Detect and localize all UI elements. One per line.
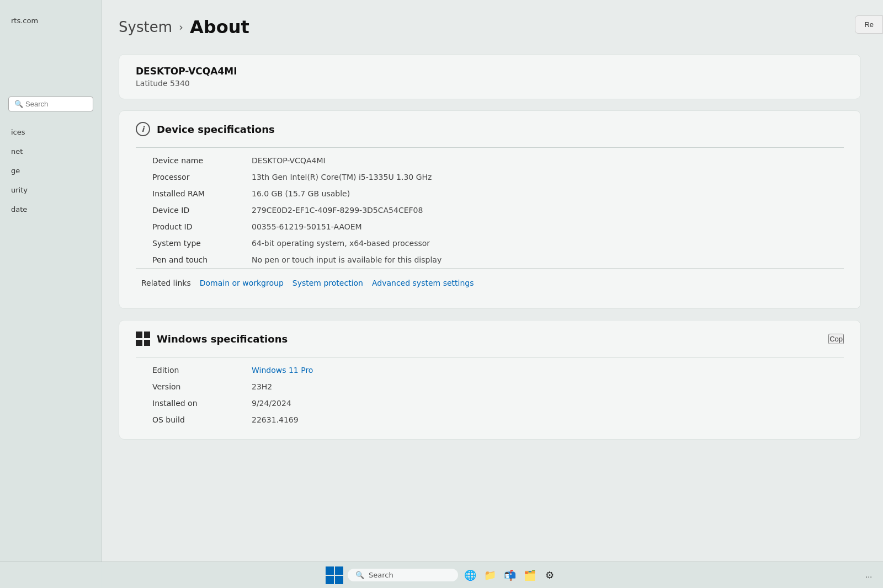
taskbar-icon-settings[interactable]: ⚙️ — [542, 568, 557, 583]
spec-label: Product ID — [136, 218, 235, 235]
taskbar-search-label: Search — [369, 571, 393, 579]
windows-specs-header: Windows specifications Cop — [136, 332, 844, 346]
related-links: Related links Domain or workgroup System… — [136, 268, 844, 297]
taskbar-right: ... — [866, 571, 872, 579]
taskbar-search-icon: 🔍 — [355, 571, 364, 579]
start-button[interactable] — [326, 566, 343, 584]
table-row: Pen and touch No pen or touch input is a… — [136, 252, 844, 268]
spec-value: 00355-61219-50151-AAOEM — [235, 218, 844, 235]
spec-label: Device name — [136, 152, 235, 169]
spec-value: Windows 11 Pro — [235, 362, 844, 378]
breadcrumb-system[interactable]: System — [119, 19, 172, 35]
sidebar-item-partial-site: rts.com — [0, 11, 102, 30]
spec-label: Processor — [136, 169, 235, 185]
search-icon: 🔍 — [14, 100, 23, 108]
search-input[interactable] — [25, 100, 87, 108]
spec-value: 9/24/2024 — [235, 395, 844, 411]
spec-label: Installed on — [136, 395, 235, 411]
related-link-protection[interactable]: System protection — [292, 279, 363, 287]
table-row: Device name DESKTOP-VCQA4MI — [136, 152, 844, 169]
chevron-icon: › — [179, 20, 183, 34]
sidebar-item-urity[interactable]: urity — [0, 180, 102, 200]
taskbar-icon-browser[interactable]: 🌐 — [462, 568, 478, 583]
device-specs-title: Device specifications — [157, 124, 275, 135]
spec-value: 279CE0D2-EF1C-409F-8299-3D5CA54CEF08 — [235, 202, 844, 218]
device-card: DESKTOP-VCQA4MI Latitude 5340 — [119, 54, 861, 99]
spec-value: DESKTOP-VCQA4MI — [235, 152, 844, 169]
taskbar-search[interactable]: 🔍 Search — [348, 569, 458, 581]
info-icon: i — [136, 122, 150, 136]
sidebar: rts.com 🔍 ices net ge urity date — [0, 0, 102, 588]
spec-value: 13th Gen Intel(R) Core(TM) i5-1335U 1.30… — [235, 169, 844, 185]
taskbar: 🔍 Search 🌐 📁 📬 🗂️ ⚙️ ... — [0, 562, 883, 588]
copy-button[interactable]: Cop — [828, 334, 844, 344]
spec-table: Device name DESKTOP-VCQA4MI Processor 13… — [136, 152, 844, 268]
taskbar-time: ... — [866, 571, 872, 579]
windows-specs-card: Windows specifications Cop Edition Windo… — [119, 320, 861, 440]
table-row: Edition Windows 11 Pro — [136, 362, 844, 378]
spec-label: OS build — [136, 411, 235, 428]
table-row: System type 64-bit operating system, x64… — [136, 235, 844, 252]
table-row: Device ID 279CE0D2-EF1C-409F-8299-3D5CA5… — [136, 202, 844, 218]
spec-label: Device ID — [136, 202, 235, 218]
sidebar-search-box[interactable]: 🔍 — [8, 97, 93, 111]
taskbar-icon-files[interactable]: 📁 — [482, 568, 498, 583]
table-row: Installed on 9/24/2024 — [136, 395, 844, 411]
table-row: Product ID 00355-61219-50151-AAOEM — [136, 218, 844, 235]
breadcrumb: System › About — [119, 17, 861, 38]
related-link-advanced[interactable]: Advanced system settings — [372, 279, 474, 287]
taskbar-icon-mail[interactable]: 📬 — [502, 568, 518, 583]
related-links-label: Related links — [141, 279, 191, 287]
spec-value: 64-bit operating system, x64-based proce… — [235, 235, 844, 252]
device-hostname: DESKTOP-VCQA4MI — [136, 66, 844, 77]
windows-specs-title: Windows specifications — [157, 333, 288, 345]
sidebar-item-ge[interactable]: ge — [0, 161, 102, 180]
sidebar-item-date[interactable]: date — [0, 200, 102, 219]
spec-label: Version — [136, 378, 235, 395]
spec-label: Pen and touch — [136, 252, 235, 268]
windows-spec-table: Edition Windows 11 Pro Version 23H2 Inst… — [136, 362, 844, 428]
spec-label: Installed RAM — [136, 185, 235, 202]
spec-label: Edition — [136, 362, 235, 378]
page-title: About — [190, 17, 249, 38]
rename-button[interactable]: Re — [855, 15, 883, 34]
taskbar-icon-folder[interactable]: 🗂️ — [522, 568, 538, 583]
spec-value: 22631.4169 — [235, 411, 844, 428]
main-content: Re System › About DESKTOP-VCQA4MI Latitu… — [102, 0, 883, 588]
table-row: Version 23H2 — [136, 378, 844, 395]
device-model: Latitude 5340 — [136, 79, 844, 88]
spec-value: No pen or touch input is available for t… — [235, 252, 844, 268]
table-row: OS build 22631.4169 — [136, 411, 844, 428]
spec-label: System type — [136, 235, 235, 252]
sidebar-item-net[interactable]: net — [0, 142, 102, 161]
table-row: Installed RAM 16.0 GB (15.7 GB usable) — [136, 185, 844, 202]
spec-value: 23H2 — [235, 378, 844, 395]
windows-icon — [136, 332, 150, 346]
table-row: Processor 13th Gen Intel(R) Core(TM) i5-… — [136, 169, 844, 185]
device-specs-card: i Device specifications Device name DESK… — [119, 110, 861, 309]
sidebar-item-ices[interactable]: ices — [0, 122, 102, 142]
related-link-domain[interactable]: Domain or workgroup — [200, 279, 284, 287]
spec-value: 16.0 GB (15.7 GB usable) — [235, 185, 844, 202]
device-specs-header: i Device specifications — [136, 122, 844, 136]
